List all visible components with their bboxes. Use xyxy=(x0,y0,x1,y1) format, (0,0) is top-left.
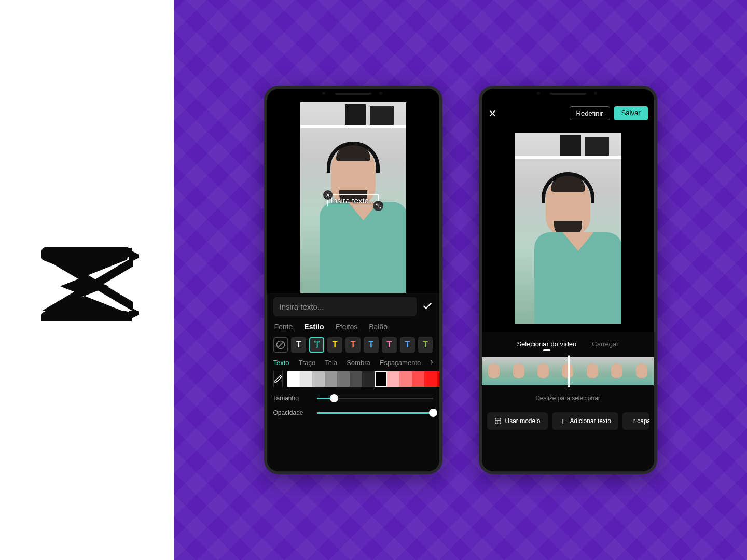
tab-balao[interactable]: Balão xyxy=(369,323,388,331)
color-swatch-7[interactable] xyxy=(375,371,387,387)
cover-tab-upload[interactable]: Carregar xyxy=(592,340,618,348)
phone-mockup-text-editor: ✕ Insira texto... Insira texto... Fonte … xyxy=(264,86,442,474)
use-template-button[interactable]: Usar modelo xyxy=(487,412,548,430)
close-button[interactable]: ✕ xyxy=(488,107,497,120)
size-label: Tamanho xyxy=(273,395,311,402)
svg-line-5 xyxy=(278,342,284,348)
cover-button-partial[interactable]: r capa xyxy=(622,412,649,430)
cover-partial-label: r capa xyxy=(633,417,649,425)
cover-tab-select-from-video[interactable]: Selecionar do vídeo xyxy=(517,340,576,348)
style-preset-6[interactable]: T xyxy=(382,337,397,353)
style-preset-none[interactable] xyxy=(273,337,288,353)
text-overlay-resize-icon[interactable] xyxy=(373,201,383,211)
opacity-label: Opacidade xyxy=(273,409,311,416)
style-preset-5[interactable]: T xyxy=(364,337,379,353)
color-swatch-11[interactable] xyxy=(424,371,437,387)
color-swatch-8[interactable] xyxy=(387,371,399,387)
add-text-button[interactable]: Adicionar texto xyxy=(552,412,618,430)
color-swatch-12[interactable] xyxy=(437,371,439,387)
use-template-label: Usar modelo xyxy=(505,417,541,425)
reset-button[interactable]: Redefinir xyxy=(570,106,610,120)
text-overlay-label: Insira texto... xyxy=(331,196,376,205)
style-preset-1[interactable]: T xyxy=(291,337,306,353)
tab-efeitos[interactable]: Efeitos xyxy=(335,323,357,331)
style-preset-7[interactable]: T xyxy=(400,337,415,353)
eyedropper-icon[interactable] xyxy=(273,371,283,387)
color-swatch-1[interactable] xyxy=(300,371,312,387)
svg-marker-2 xyxy=(132,251,139,261)
style-preset-3[interactable]: T xyxy=(327,337,342,353)
opacity-slider[interactable] xyxy=(317,412,433,414)
scrub-hint: Deslize para selecionar xyxy=(482,389,654,412)
text-overlay-close-icon[interactable]: ✕ xyxy=(323,190,333,200)
color-swatch-0[interactable] xyxy=(287,371,300,387)
size-slider[interactable] xyxy=(317,398,433,399)
subtab-tela[interactable]: Tela xyxy=(325,359,337,367)
style-sub-tabs: Texto Traço Tela Sombra Espaçamento Negr… xyxy=(273,357,433,367)
style-preset-2[interactable]: T xyxy=(309,337,324,353)
text-overlay-box[interactable]: ✕ Insira texto... xyxy=(327,194,379,206)
tab-fonte[interactable]: Fonte xyxy=(274,323,293,331)
color-swatch-2[interactable] xyxy=(312,371,325,387)
cover-preview xyxy=(482,124,654,332)
text-input[interactable]: Insira texto... xyxy=(273,297,417,316)
color-swatch-6[interactable] xyxy=(362,371,375,387)
style-presets-row: T T T T T T T T xyxy=(273,337,433,353)
svg-rect-1 xyxy=(42,311,131,321)
subtab-texto[interactable]: Texto xyxy=(273,359,289,367)
color-swatch-4[interactable] xyxy=(337,371,350,387)
color-swatch-10[interactable] xyxy=(412,371,424,387)
phone-mockup-cover-selector: ✕ Redefinir Salvar Selecionar do vídeo C… xyxy=(479,86,657,474)
subtab-espacamento[interactable]: Espaçamento xyxy=(380,359,421,367)
subtab-sombra[interactable]: Sombra xyxy=(347,359,370,367)
subtab-traco[interactable]: Traço xyxy=(299,359,316,367)
filmstrip-indicator[interactable] xyxy=(568,355,570,387)
confirm-icon[interactable] xyxy=(422,300,433,314)
save-button[interactable]: Salvar xyxy=(614,106,648,120)
svg-rect-0 xyxy=(42,247,131,258)
svg-marker-3 xyxy=(132,308,139,318)
capcut-logo-icon xyxy=(35,239,139,321)
filmstrip-scrubber[interactable] xyxy=(482,357,654,385)
add-text-label: Adicionar texto xyxy=(570,417,611,425)
svg-rect-6 xyxy=(495,418,501,424)
text-editor-tabs: Fonte Estilo Efeitos Balão xyxy=(273,320,433,333)
color-swatch-3[interactable] xyxy=(325,371,337,387)
color-swatch-5[interactable] xyxy=(350,371,362,387)
style-preset-4[interactable]: T xyxy=(345,337,361,353)
subtab-negrito[interactable]: Negrit xyxy=(430,359,433,367)
video-preview: ✕ Insira texto... xyxy=(267,102,439,293)
style-preset-8[interactable]: T xyxy=(418,337,433,353)
tab-estilo[interactable]: Estilo xyxy=(304,323,324,331)
color-swatch-9[interactable] xyxy=(399,371,412,387)
color-swatches xyxy=(273,371,433,387)
